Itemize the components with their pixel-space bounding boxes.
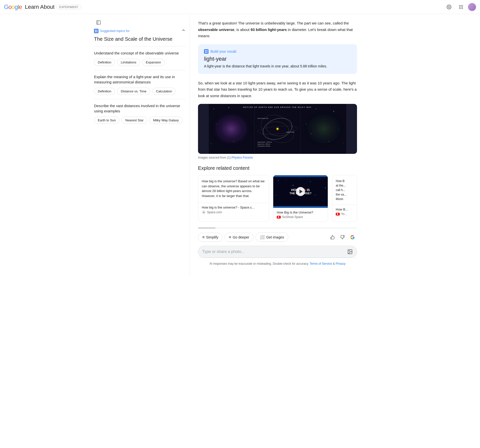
svg-rect-3: [462, 5, 463, 6]
play-button[interactable]: [296, 187, 305, 196]
footer-text: AI responses may be inaccurate or mislea…: [210, 262, 309, 265]
image-caption: Images sourced from (1) Physics Forums: [198, 156, 357, 159]
bottom-toolbar: ≡ Simplify ≡ Go deeper ⬜ Get images: [198, 232, 357, 242]
get-images-label: Get images: [266, 235, 284, 239]
section-title-1: Understand the concept of the observable…: [94, 50, 186, 56]
93-billion-bold: 93 billion light-years: [250, 27, 287, 32]
svg-text:Circumference: 16,000 pc: Circumference: 16,000 pc: [258, 146, 270, 147]
space-source-name: Space.com: [207, 211, 222, 214]
main-layout: Suggested topics for The Size and Scale …: [90, 14, 390, 275]
explore-card-space[interactable]: How big is the universe? Based on what w…: [198, 175, 269, 222]
svg-rect-65: [273, 206, 328, 208]
space-image-container: MOTION OF EARTH AND SUN AROUND THE MILKY…: [198, 104, 357, 154]
input-area: [198, 246, 357, 258]
explore-card-partial[interactable]: How B at the... call h... the va... Moon…: [332, 175, 357, 222]
simplify-button[interactable]: ≡ Simplify: [198, 233, 222, 242]
thumbs-down-button[interactable]: [338, 233, 347, 242]
explore-card-space-source: S Space.com: [202, 210, 265, 214]
svg-text:MOTION OF EARTH AND SUN AROUND: MOTION OF EARTH AND SUN AROUND THE MILKY…: [243, 106, 312, 108]
chip-nearest-star[interactable]: Nearest Star: [122, 117, 147, 124]
explore-card-scishow-footer: How Big Is the Universe? SciShow Space: [273, 208, 328, 221]
header-title: Learn About: [25, 4, 54, 10]
app-header: Google Learn About EXPERIMENT: [0, 0, 480, 14]
go-deeper-icon: ≡: [229, 235, 231, 239]
thumbs-up-button[interactable]: [328, 233, 337, 242]
image-caption-prefix: Images sourced from (1): [198, 156, 232, 159]
logo-e: e: [19, 3, 22, 10]
youtube-icon: [277, 216, 281, 219]
sidebar: Suggested topics for The Size and Scale …: [90, 14, 190, 275]
sidebar-toggle-button[interactable]: [94, 18, 103, 27]
chip-definition-2[interactable]: Definition: [94, 88, 115, 95]
avatar[interactable]: [468, 3, 476, 11]
svg-point-63: [322, 200, 323, 201]
explore-cards-container: How big is the universe? Based on what w…: [198, 175, 357, 224]
logo-o1: o: [8, 3, 12, 10]
settings-button[interactable]: [444, 2, 454, 12]
vocab-term: light-year: [204, 56, 351, 62]
svg-rect-2: [460, 5, 461, 6]
svg-rect-9: [462, 8, 463, 9]
chips-row-3: Earth to Sun Nearest Star Milky Way Gala…: [94, 117, 186, 124]
svg-rect-13: [96, 30, 98, 31]
svg-point-56: [293, 185, 293, 186]
chip-distance-vs-time[interactable]: Distance vs. Time: [117, 88, 150, 95]
footer: AI responses may be inaccurate or mislea…: [198, 258, 357, 269]
chip-calculation[interactable]: Calculation: [152, 88, 176, 95]
sidebar-section-3: Describe the vast distances involved in …: [94, 99, 186, 128]
section-title-2: Explain the meaning of a light-year and …: [94, 74, 186, 85]
scishow-source-name: SciShow Space: [282, 215, 303, 219]
chip-earth-to-sun[interactable]: Earth to Sun: [94, 117, 120, 124]
explore-card-video-thumbnail: HOW BIG IS THE UNIVERSE?: [273, 175, 328, 208]
svg-rect-7: [459, 8, 460, 9]
section-title-3: Describe the vast distances involved in …: [94, 103, 186, 114]
svg-point-67: [349, 250, 350, 251]
chip-definition-1[interactable]: Definition: [94, 59, 115, 66]
svg-point-60: [325, 188, 326, 188]
chat-input[interactable]: [202, 249, 347, 254]
explore-card-scishow[interactable]: HOW BIG IS THE UNIVERSE? How Big Is the …: [273, 175, 328, 222]
svg-point-34: [344, 144, 344, 144]
svg-point-58: [310, 181, 311, 182]
chip-expansion[interactable]: Expansion: [142, 59, 165, 66]
explore-card-scishow-source: SciShow Space: [277, 215, 324, 219]
apps-button[interactable]: [456, 2, 466, 12]
vocab-icon: [204, 49, 208, 54]
suggested-label: Suggested topics for: [94, 29, 130, 33]
suggested-text: Suggested topics for: [100, 29, 130, 33]
followup-paragraph: So, when we look at a star 10 light-year…: [198, 80, 357, 99]
chip-limitations[interactable]: Limitations: [117, 59, 140, 66]
explore-card-space-title: How big is the universe? - Space.c...: [202, 206, 265, 209]
svg-point-61: [276, 195, 276, 196]
partial-source-name: Yo...: [341, 212, 347, 216]
get-images-button[interactable]: ⬜ Get images: [256, 232, 288, 242]
go-deeper-label: Go deeper: [233, 235, 249, 239]
vocab-card-header: Build your vocab: [204, 49, 351, 54]
svg-rect-4: [459, 6, 460, 7]
svg-rect-15: [96, 31, 98, 32]
svg-rect-14: [95, 31, 96, 32]
main-content: That's a great question! The universe is…: [190, 14, 365, 275]
svg-point-28: [211, 144, 212, 144]
apps-icon: [458, 4, 464, 9]
explore-title: Explore related content: [198, 165, 357, 171]
chip-milky-way[interactable]: Milky Way Galaxy: [149, 117, 182, 124]
collapse-button[interactable]: [181, 28, 186, 34]
svg-point-59: [320, 179, 320, 180]
image-upload-icon: [347, 249, 353, 254]
intro-paragraph: That's a great question! The universe is…: [198, 20, 357, 39]
explore-card-space-text: How big is the universe? Based on what w…: [198, 175, 269, 203]
explore-card-scishow-title: How Big Is the Universe?: [277, 211, 324, 214]
google-feedback-button[interactable]: [348, 233, 357, 242]
go-deeper-button[interactable]: ≡ Go deeper: [224, 233, 254, 242]
svg-point-46: [276, 128, 278, 130]
sidebar-section-1: Understand the concept of the observable…: [94, 46, 186, 70]
privacy-link[interactable]: Privacy: [336, 262, 346, 265]
google-g-icon: [350, 235, 355, 239]
space-source-icon: S: [202, 210, 206, 214]
observable-universe-bold: observable universe: [198, 27, 234, 32]
upload-image-button[interactable]: [347, 249, 353, 254]
svg-point-38: [301, 109, 346, 149]
terms-link[interactable]: Terms of Service: [310, 262, 332, 265]
physics-forums-link[interactable]: Physics Forums: [232, 156, 253, 159]
